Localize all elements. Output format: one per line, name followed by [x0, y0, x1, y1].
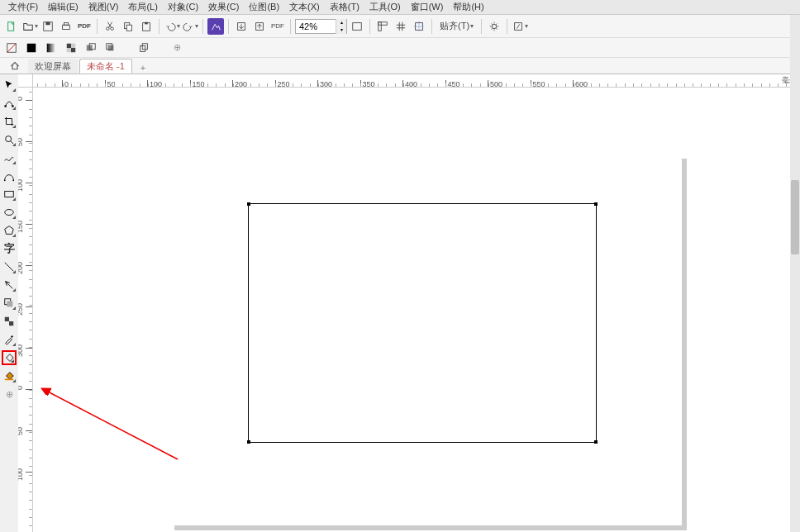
svg-rect-22 — [67, 43, 71, 47]
new-tab-button[interactable]: + — [137, 62, 149, 74]
no-fill-swatch[interactable] — [3, 40, 20, 56]
svg-line-44 — [43, 389, 178, 459]
bezier-tool[interactable] — [2, 169, 17, 183]
redo-button[interactable] — [182, 18, 198, 35]
paste-button[interactable] — [138, 18, 155, 35]
menu-table[interactable]: 表格(T) — [325, 0, 364, 15]
dimension-tool[interactable] — [2, 259, 17, 274]
welcome-tab[interactable]: 欢迎屏幕 — [28, 59, 78, 74]
zoom-level-input[interactable]: ▴▾ — [295, 19, 347, 34]
add-preset-button[interactable]: ⊕ — [169, 40, 185, 56]
export-button[interactable] — [251, 18, 268, 35]
menu-edit[interactable]: 编辑(E) — [43, 0, 83, 15]
toolbox-add-button[interactable]: ⊕ — [2, 387, 17, 401]
svg-point-33 — [12, 105, 14, 107]
menu-bitmap[interactable]: 位图(B) — [244, 0, 284, 15]
svg-point-32 — [4, 105, 7, 107]
svg-rect-28 — [108, 45, 114, 50]
ruler-origin[interactable] — [18, 74, 33, 88]
eyedropper-tool[interactable] — [2, 332, 17, 347]
svg-rect-20 — [27, 43, 36, 52]
black-swatch[interactable] — [23, 40, 40, 56]
launcher-button[interactable] — [512, 18, 528, 35]
svg-rect-2 — [45, 21, 50, 25]
menu-file[interactable]: 文件(F) — [3, 0, 43, 15]
handle-top-right[interactable] — [594, 202, 598, 206]
ruler-v-tick: 250 — [26, 306, 32, 307]
crop-tool[interactable] — [2, 114, 17, 129]
search-content-button[interactable] — [207, 18, 224, 35]
interactive-fill-tool[interactable] — [2, 350, 17, 365]
print-button[interactable] — [58, 18, 74, 35]
ruler-vertical[interactable]: 050100150200250300050100 — [18, 88, 33, 532]
copy-fill-button[interactable] — [136, 40, 152, 56]
active-document-tab[interactable]: 未命名 -1 — [79, 59, 132, 74]
menu-help[interactable]: 帮助(H) — [448, 0, 488, 15]
ruler-h-tick: 500 — [488, 80, 502, 87]
connector-tool[interactable] — [2, 278, 17, 292]
handle-top-left[interactable] — [247, 202, 250, 206]
svg-rect-37 — [5, 192, 14, 197]
canvas-viewport[interactable]: 毫米 050100150200250300350400450500550600 … — [18, 74, 800, 532]
options-button[interactable] — [486, 18, 502, 35]
text-tool[interactable]: 字 — [2, 241, 17, 256]
vertical-scrollbar[interactable] — [790, 15, 800, 532]
overlay2-swatch[interactable] — [102, 40, 119, 56]
menu-text[interactable]: 文本(X) — [284, 0, 325, 15]
svg-rect-4 — [64, 22, 68, 25]
menu-window[interactable]: 窗口(W) — [406, 0, 449, 15]
copy-button[interactable] — [120, 18, 136, 35]
menu-tools[interactable]: 工具(O) — [364, 0, 406, 15]
canvas[interactable] — [33, 88, 800, 532]
zoom-spinner[interactable]: ▴▾ — [336, 19, 346, 34]
undo-button[interactable] — [164, 18, 180, 35]
import-button[interactable] — [233, 18, 250, 35]
rectangle-tool[interactable] — [2, 187, 17, 202]
dropshadow-tool[interactable] — [2, 296, 17, 311]
cut-button[interactable] — [102, 18, 118, 35]
handle-bottom-right[interactable] — [594, 440, 598, 444]
pick-tool[interactable] — [2, 78, 17, 93]
smart-fill-tool[interactable] — [2, 368, 17, 383]
ruler-h-tick: 250 — [275, 80, 290, 87]
polygon-tool[interactable] — [2, 223, 17, 238]
handle-bottom-left[interactable] — [247, 440, 250, 444]
menu-effects[interactable]: 效果(C) — [203, 0, 244, 15]
separator — [202, 19, 203, 34]
zoom-tool[interactable] — [2, 132, 17, 147]
svg-point-35 — [4, 179, 6, 181]
gradient-swatch[interactable] — [43, 40, 60, 56]
zoom-value-field[interactable] — [296, 21, 336, 31]
drawn-rectangle[interactable] — [248, 203, 597, 443]
home-tab[interactable] — [3, 59, 26, 74]
svg-point-34 — [6, 136, 12, 142]
snap-dropdown[interactable]: 贴齐(T) — [436, 18, 477, 35]
transparency-tool[interactable] — [2, 314, 17, 329]
document-tabstrip: 欢迎屏幕 未命名 -1 + — [0, 58, 800, 74]
open-button[interactable] — [21, 18, 38, 35]
menu-object[interactable]: 对象(C) — [163, 0, 203, 15]
menu-layout[interactable]: 布局(L) — [123, 0, 162, 15]
freehand-tool[interactable] — [2, 150, 17, 165]
ellipse-tool[interactable] — [2, 205, 17, 220]
export-pdf-button[interactable]: PDF — [76, 18, 93, 35]
separator — [507, 19, 507, 34]
ruler-h-tick: 100 — [147, 80, 162, 87]
menu-view[interactable]: 视图(V) — [83, 0, 124, 15]
ruler-h-tick: 450 — [445, 80, 460, 87]
overlay1-swatch[interactable] — [83, 40, 99, 56]
show-rulers-button[interactable] — [374, 18, 391, 35]
ruler-h-tick: 350 — [360, 80, 375, 87]
publish-pdf-button[interactable]: PDF — [269, 18, 286, 35]
shape-tool[interactable] — [2, 96, 17, 111]
pattern-swatch[interactable] — [63, 40, 79, 56]
show-guides-button[interactable] — [411, 18, 427, 35]
save-button[interactable] — [40, 18, 56, 35]
ruler-horizontal[interactable]: 毫米 050100150200250300350400450500550600 — [33, 74, 800, 88]
ruler-h-tick: 200 — [232, 80, 247, 87]
new-button[interactable] — [3, 18, 20, 35]
ruler-v-tick: 300 — [26, 348, 32, 349]
fullscreen-button[interactable] — [349, 18, 365, 35]
show-grid-button[interactable] — [393, 18, 409, 35]
scrollbar-thumb[interactable] — [791, 180, 799, 254]
